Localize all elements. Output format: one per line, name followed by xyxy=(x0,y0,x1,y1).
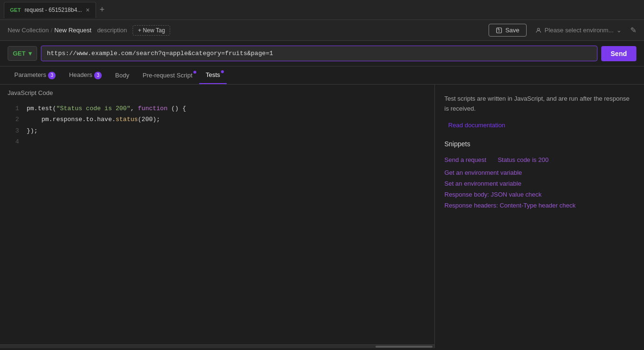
line-content: pm.response.to.have.status(200); xyxy=(27,114,160,125)
tab-method-badge: GET xyxy=(10,7,21,13)
active-tab[interactable]: GET request - 6515218b4... × xyxy=(4,2,96,18)
line-content: }); xyxy=(27,125,38,136)
snippets-title: Snippets xyxy=(444,140,634,148)
environment-selector[interactable]: Please select environm... ⌄ xyxy=(530,24,626,36)
code-line-4: 4 xyxy=(8,136,427,147)
snippets-row-1: Send a requestStatus code is 200 xyxy=(444,154,634,165)
code-editor[interactable]: 1pm.test("Status code is 200", function … xyxy=(0,99,434,344)
tab-headers[interactable]: Headers3 xyxy=(62,66,108,84)
line-number: 3 xyxy=(8,125,19,136)
env-chevron: ⌄ xyxy=(616,27,622,34)
save-button[interactable]: Save xyxy=(489,24,527,37)
editor-label: JavaScript Code xyxy=(0,85,434,99)
tab-title: request - 6515218b4... xyxy=(25,7,82,13)
send-button[interactable]: Send xyxy=(601,46,636,61)
new-tag-button[interactable]: + New Tag xyxy=(133,25,170,36)
code-line-2: 2 pm.response.to.have.status(200); xyxy=(8,114,427,125)
svg-point-1 xyxy=(537,28,539,30)
code-line-3: 3}); xyxy=(8,125,427,136)
snippet-item[interactable]: Get an environment variable xyxy=(444,167,634,178)
description-button[interactable]: description xyxy=(97,27,127,34)
env-placeholder-text: Please select environm... xyxy=(545,27,614,34)
close-tab-button[interactable]: × xyxy=(86,7,89,13)
line-number: 1 xyxy=(8,103,19,114)
scrollbar-area xyxy=(0,344,434,348)
method-select[interactable]: GET ▾ xyxy=(8,46,37,61)
tab-tests[interactable]: Tests xyxy=(199,66,227,84)
tab-bar: GET request - 6515218b4... × + xyxy=(0,0,644,20)
code-line-1: 1pm.test("Status code is 200", function … xyxy=(8,103,427,114)
right-panel: Test scripts are written in JavaScript, … xyxy=(435,85,644,348)
method-chevron: ▾ xyxy=(29,50,32,57)
snippet-item[interactable]: Status code is 200 xyxy=(498,154,548,165)
line-content: pm.test("Status code is 200", function (… xyxy=(27,103,186,114)
line-number: 4 xyxy=(8,136,19,147)
snippet-item[interactable]: Response body: JSON value check xyxy=(444,189,634,200)
breadcrumb: New Collection / New Request xyxy=(8,27,91,34)
snippet-item[interactable]: Send a request xyxy=(444,154,486,165)
url-bar: GET ▾ Send xyxy=(0,41,644,66)
tab-parameters[interactable]: Parameters3 xyxy=(8,66,62,84)
main-content: JavaScript Code 1pm.test("Status code is… xyxy=(0,85,644,348)
header-bar: New Collection / New Request description… xyxy=(0,20,644,41)
url-input[interactable] xyxy=(41,46,597,61)
snippet-item[interactable]: Response headers: Content-Type header ch… xyxy=(444,200,634,211)
panel-description: Test scripts are written in JavaScript, … xyxy=(444,94,634,114)
line-number: 2 xyxy=(8,114,19,125)
new-tab-button[interactable]: + xyxy=(96,3,109,17)
edit-icon[interactable]: ✎ xyxy=(630,26,636,35)
tab-prerequest[interactable]: Pre-request Script xyxy=(136,67,199,84)
breadcrumb-request[interactable]: New Request xyxy=(54,27,91,34)
method-label: GET xyxy=(13,50,26,57)
request-tabs: Parameters3Headers3BodyPre-request Scrip… xyxy=(0,66,644,85)
breadcrumb-separator: / xyxy=(51,27,53,34)
tab-body[interactable]: Body xyxy=(108,67,136,84)
editor-area: JavaScript Code 1pm.test("Status code is… xyxy=(0,85,435,348)
save-icon xyxy=(496,27,502,34)
scrollbar-thumb[interactable] xyxy=(375,346,433,348)
person-icon xyxy=(535,27,542,34)
snippet-item[interactable]: Set an environment variable xyxy=(444,178,634,189)
breadcrumb-collection[interactable]: New Collection xyxy=(8,27,49,34)
save-label: Save xyxy=(505,27,519,34)
read-docs-link[interactable]: Read documentation xyxy=(444,122,634,129)
